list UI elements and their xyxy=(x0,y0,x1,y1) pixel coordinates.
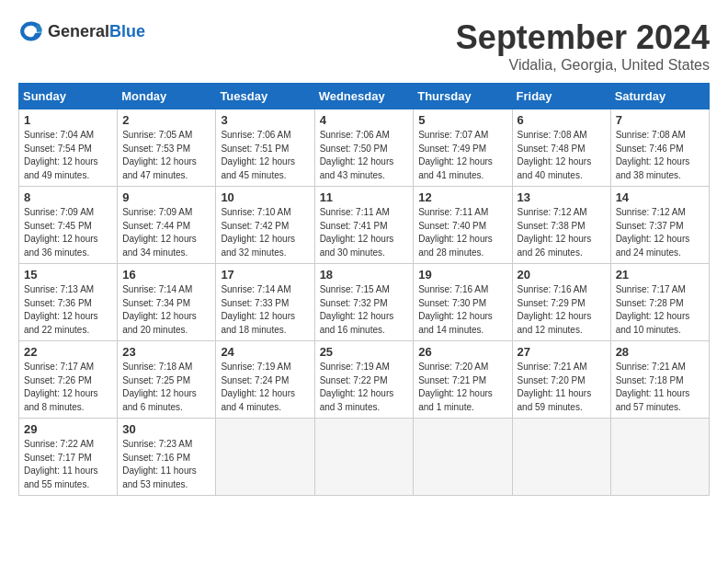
day-number: 24 xyxy=(221,345,309,359)
title-area: September 2024 Vidalia, Georgia, United … xyxy=(456,18,710,74)
calendar-cell: 16Sunrise: 7:14 AMSunset: 7:34 PMDayligh… xyxy=(118,264,216,341)
day-info: Sunrise: 7:21 AMSunset: 7:18 PMDaylight:… xyxy=(616,361,704,414)
calendar-header-row: SundayMondayTuesdayWednesdayThursdayFrid… xyxy=(19,84,710,109)
calendar-cell: 30Sunrise: 7:23 AMSunset: 7:16 PMDayligh… xyxy=(118,419,216,496)
day-info: Sunrise: 7:06 AMSunset: 7:51 PMDaylight:… xyxy=(221,129,309,182)
day-number: 4 xyxy=(320,113,409,127)
logo-text: GeneralBlue xyxy=(48,22,145,41)
column-header-friday: Friday xyxy=(512,84,610,109)
calendar-cell xyxy=(216,419,314,496)
day-number: 19 xyxy=(418,268,506,282)
calendar-cell: 18Sunrise: 7:15 AMSunset: 7:32 PMDayligh… xyxy=(314,264,414,341)
calendar-cell xyxy=(314,419,414,496)
calendar-cell: 22Sunrise: 7:17 AMSunset: 7:26 PMDayligh… xyxy=(19,341,118,419)
day-number: 18 xyxy=(320,268,409,282)
day-number: 25 xyxy=(320,345,409,359)
day-number: 14 xyxy=(616,190,704,204)
day-number: 16 xyxy=(122,268,210,282)
calendar-cell: 11Sunrise: 7:11 AMSunset: 7:41 PMDayligh… xyxy=(314,187,414,264)
calendar-cell: 15Sunrise: 7:13 AMSunset: 7:36 PMDayligh… xyxy=(19,264,118,341)
calendar-cell: 23Sunrise: 7:18 AMSunset: 7:25 PMDayligh… xyxy=(118,341,216,419)
calendar-table: SundayMondayTuesdayWednesdayThursdayFrid… xyxy=(18,83,710,496)
logo-general: General xyxy=(48,22,109,40)
calendar-cell: 3Sunrise: 7:06 AMSunset: 7:51 PMDaylight… xyxy=(216,109,314,187)
day-number: 8 xyxy=(24,190,112,204)
day-info: Sunrise: 7:11 AMSunset: 7:41 PMDaylight:… xyxy=(320,206,409,259)
day-number: 10 xyxy=(221,190,309,204)
location-title: Vidalia, Georgia, United States xyxy=(456,57,710,74)
calendar-cell xyxy=(610,419,709,496)
day-info: Sunrise: 7:17 AMSunset: 7:26 PMDaylight:… xyxy=(24,361,112,414)
day-info: Sunrise: 7:18 AMSunset: 7:25 PMDaylight:… xyxy=(122,361,210,414)
day-info: Sunrise: 7:13 AMSunset: 7:36 PMDaylight:… xyxy=(24,283,112,337)
day-number: 13 xyxy=(518,190,606,204)
day-info: Sunrise: 7:23 AMSunset: 7:16 PMDaylight:… xyxy=(122,438,210,491)
calendar-cell: 17Sunrise: 7:14 AMSunset: 7:33 PMDayligh… xyxy=(216,264,314,341)
day-number: 7 xyxy=(616,113,704,127)
day-number: 22 xyxy=(24,345,112,359)
column-header-sunday: Sunday xyxy=(19,84,118,109)
day-number: 1 xyxy=(24,113,112,127)
calendar-cell: 8Sunrise: 7:09 AMSunset: 7:45 PMDaylight… xyxy=(19,187,118,264)
logo: GeneralBlue xyxy=(18,18,145,44)
calendar-cell: 1Sunrise: 7:04 AMSunset: 7:54 PMDaylight… xyxy=(19,109,118,187)
calendar-cell: 9Sunrise: 7:09 AMSunset: 7:44 PMDaylight… xyxy=(118,187,216,264)
day-info: Sunrise: 7:06 AMSunset: 7:50 PMDaylight:… xyxy=(320,129,409,182)
calendar-cell: 2Sunrise: 7:05 AMSunset: 7:53 PMDaylight… xyxy=(118,109,216,187)
day-number: 17 xyxy=(221,268,309,282)
day-number: 23 xyxy=(122,345,210,359)
day-info: Sunrise: 7:14 AMSunset: 7:34 PMDaylight:… xyxy=(122,283,210,337)
calendar-cell: 28Sunrise: 7:21 AMSunset: 7:18 PMDayligh… xyxy=(610,341,709,419)
logo-icon xyxy=(18,18,44,44)
calendar-week-row: 8Sunrise: 7:09 AMSunset: 7:45 PMDaylight… xyxy=(19,187,710,264)
calendar-cell: 27Sunrise: 7:21 AMSunset: 7:20 PMDayligh… xyxy=(512,341,610,419)
calendar-cell: 29Sunrise: 7:22 AMSunset: 7:17 PMDayligh… xyxy=(19,419,118,496)
day-info: Sunrise: 7:17 AMSunset: 7:28 PMDaylight:… xyxy=(616,283,704,337)
calendar-cell: 24Sunrise: 7:19 AMSunset: 7:24 PMDayligh… xyxy=(216,341,314,419)
calendar-cell: 6Sunrise: 7:08 AMSunset: 7:48 PMDaylight… xyxy=(512,109,610,187)
calendar-week-row: 15Sunrise: 7:13 AMSunset: 7:36 PMDayligh… xyxy=(19,264,710,341)
day-number: 27 xyxy=(518,345,606,359)
logo-blue: Blue xyxy=(109,22,145,40)
calendar-cell: 26Sunrise: 7:20 AMSunset: 7:21 PMDayligh… xyxy=(414,341,512,419)
calendar-cell: 20Sunrise: 7:16 AMSunset: 7:29 PMDayligh… xyxy=(512,264,610,341)
day-number: 29 xyxy=(24,422,112,436)
day-info: Sunrise: 7:07 AMSunset: 7:49 PMDaylight:… xyxy=(418,129,506,182)
day-number: 30 xyxy=(122,422,210,436)
day-number: 9 xyxy=(122,190,210,204)
calendar-week-row: 29Sunrise: 7:22 AMSunset: 7:17 PMDayligh… xyxy=(19,419,710,496)
day-info: Sunrise: 7:16 AMSunset: 7:29 PMDaylight:… xyxy=(518,283,606,337)
day-info: Sunrise: 7:19 AMSunset: 7:22 PMDaylight:… xyxy=(320,361,409,414)
calendar-cell: 7Sunrise: 7:08 AMSunset: 7:46 PMDaylight… xyxy=(610,109,709,187)
column-header-tuesday: Tuesday xyxy=(216,84,314,109)
day-info: Sunrise: 7:19 AMSunset: 7:24 PMDaylight:… xyxy=(221,361,309,414)
day-info: Sunrise: 7:16 AMSunset: 7:30 PMDaylight:… xyxy=(418,283,506,337)
day-info: Sunrise: 7:12 AMSunset: 7:37 PMDaylight:… xyxy=(616,206,704,259)
day-info: Sunrise: 7:04 AMSunset: 7:54 PMDaylight:… xyxy=(24,129,112,182)
calendar-cell: 21Sunrise: 7:17 AMSunset: 7:28 PMDayligh… xyxy=(610,264,709,341)
calendar-cell: 14Sunrise: 7:12 AMSunset: 7:37 PMDayligh… xyxy=(610,187,709,264)
calendar-cell: 25Sunrise: 7:19 AMSunset: 7:22 PMDayligh… xyxy=(314,341,414,419)
day-info: Sunrise: 7:14 AMSunset: 7:33 PMDaylight:… xyxy=(221,283,309,337)
day-info: Sunrise: 7:21 AMSunset: 7:20 PMDaylight:… xyxy=(518,361,606,414)
day-number: 12 xyxy=(418,190,506,204)
calendar-cell: 13Sunrise: 7:12 AMSunset: 7:38 PMDayligh… xyxy=(512,187,610,264)
calendar-cell xyxy=(414,419,512,496)
day-number: 21 xyxy=(616,268,704,282)
day-info: Sunrise: 7:10 AMSunset: 7:42 PMDaylight:… xyxy=(221,206,309,259)
column-header-wednesday: Wednesday xyxy=(314,84,414,109)
column-header-thursday: Thursday xyxy=(414,84,512,109)
day-number: 11 xyxy=(320,190,409,204)
calendar-cell: 10Sunrise: 7:10 AMSunset: 7:42 PMDayligh… xyxy=(216,187,314,264)
day-number: 15 xyxy=(24,268,112,282)
day-number: 6 xyxy=(518,113,606,127)
day-info: Sunrise: 7:15 AMSunset: 7:32 PMDaylight:… xyxy=(320,283,409,337)
calendar-cell: 4Sunrise: 7:06 AMSunset: 7:50 PMDaylight… xyxy=(314,109,414,187)
calendar-cell: 12Sunrise: 7:11 AMSunset: 7:40 PMDayligh… xyxy=(414,187,512,264)
day-info: Sunrise: 7:09 AMSunset: 7:44 PMDaylight:… xyxy=(122,206,210,259)
calendar-cell: 5Sunrise: 7:07 AMSunset: 7:49 PMDaylight… xyxy=(414,109,512,187)
day-info: Sunrise: 7:11 AMSunset: 7:40 PMDaylight:… xyxy=(418,206,506,259)
calendar-cell: 19Sunrise: 7:16 AMSunset: 7:30 PMDayligh… xyxy=(414,264,512,341)
calendar-week-row: 1Sunrise: 7:04 AMSunset: 7:54 PMDaylight… xyxy=(19,109,710,187)
column-header-monday: Monday xyxy=(118,84,216,109)
